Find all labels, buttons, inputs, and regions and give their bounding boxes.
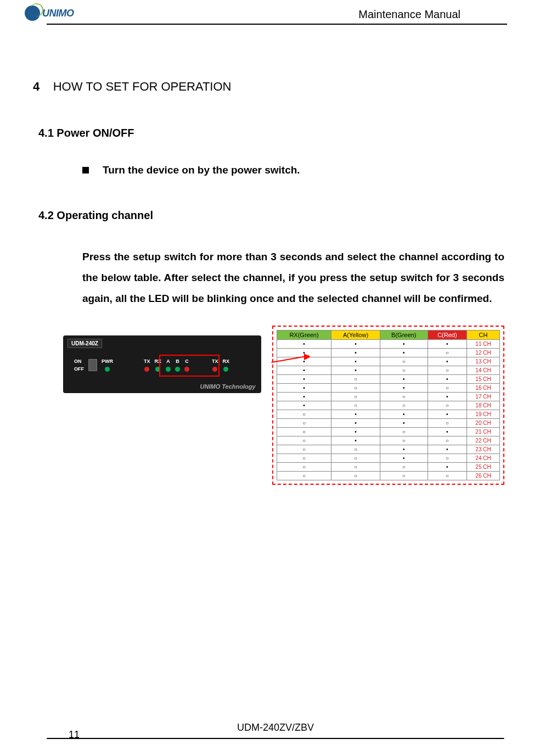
power-switch — [88, 359, 97, 371]
tx-label: TX — [144, 359, 150, 364]
cell-c: ○ — [428, 384, 466, 393]
cell-ch: 22 CH — [467, 436, 500, 445]
bullet-text: Turn the device on by the power switch. — [103, 164, 300, 176]
pwr-label: PWR — [102, 359, 113, 364]
cell-b: ○ — [380, 436, 428, 445]
cell-ch: 16 CH — [467, 384, 500, 393]
subsection-4-1: 4.1 Power ON/OFF Turn the device on by t… — [38, 127, 504, 176]
cell-a: ○ — [331, 463, 380, 472]
cell-rx: • — [277, 384, 331, 393]
cell-rx: • — [277, 366, 331, 375]
cell-a: ○ — [331, 393, 380, 401]
cell-b: • — [380, 454, 428, 463]
cell-rx: ○ — [277, 428, 331, 436]
cell-b: ○ — [380, 401, 428, 410]
th-ch: CH — [467, 331, 500, 340]
channel-table-container: RX(Green) A(Yellow) B(Green) C(Red) CH •… — [272, 326, 504, 485]
cell-b: • — [380, 340, 428, 349]
bullet-list: Turn the device on by the power switch. — [82, 164, 504, 176]
off-label: OFF — [74, 366, 84, 372]
cell-a: • — [331, 419, 380, 428]
doc-title: Maintenance Manual — [358, 8, 460, 21]
cell-rx: ○ — [277, 436, 331, 445]
cell-ch: 23 CH — [467, 445, 500, 454]
cell-ch: 11 CH — [467, 340, 500, 349]
cell-rx: ○ — [277, 454, 331, 463]
cell-b: ○ — [380, 463, 428, 472]
tx-led-icon — [144, 367, 149, 372]
section-4: 4 HOW TO SET FOR OPERATION — [33, 80, 504, 94]
table-row: ○○○•25 CH — [277, 463, 499, 472]
cell-a: ○ — [331, 472, 380, 480]
cell-c: • — [428, 410, 466, 419]
cell-c: ○ — [428, 436, 466, 445]
cell-c: ○ — [428, 454, 466, 463]
cell-c: • — [428, 375, 466, 384]
table-header-row: RX(Green) A(Yellow) B(Green) C(Red) CH — [277, 331, 499, 340]
table-row: ••••11 CH — [277, 340, 499, 349]
subsection-4-1-title: 4.1 Power ON/OFF — [38, 127, 504, 139]
cell-ch: 15 CH — [467, 375, 500, 384]
logo-icon — [25, 5, 40, 21]
cell-a: ○ — [331, 375, 380, 384]
pwr-led-icon — [105, 367, 110, 372]
table-row: •○○•17 CH — [277, 393, 499, 401]
cell-a: • — [331, 366, 380, 375]
cell-ch: 21 CH — [467, 428, 500, 436]
cell-b: • — [380, 410, 428, 419]
logo: UNIMO — [25, 5, 74, 21]
page-number: 11 — [69, 729, 80, 741]
cell-rx: ○ — [277, 463, 331, 472]
device-model-label: UDM-240Z — [68, 339, 102, 348]
table-row: ○•••19 CH — [277, 410, 499, 419]
cell-c: ○ — [428, 401, 466, 410]
rx2-label: RX — [223, 359, 230, 364]
cell-rx: • — [277, 340, 331, 349]
table-row: •○••15 CH — [277, 375, 499, 384]
footer-model: UDM-240ZV/ZBV — [47, 722, 504, 738]
cell-b: • — [380, 445, 428, 454]
cell-rx: ○ — [277, 419, 331, 428]
cell-ch: 13 CH — [467, 357, 500, 366]
logo-text: UNIMO — [42, 8, 74, 19]
tx-led-group: TX — [144, 359, 150, 372]
rx2-led-group: RX — [223, 359, 230, 372]
cell-b: • — [380, 375, 428, 384]
bullet-square-icon — [82, 167, 89, 173]
cell-a: ○ — [331, 401, 380, 410]
cell-c: • — [428, 445, 466, 454]
table-row: ○○••23 CH — [277, 445, 499, 454]
cell-a: • — [331, 349, 380, 357]
cell-a: • — [331, 428, 380, 436]
cell-a: ○ — [331, 445, 380, 454]
cell-c: • — [428, 393, 466, 401]
table-body: ••••11 CH•••○12 CH••○•13 CH••○○14 CH•○••… — [277, 340, 499, 480]
page-footer: UDM-240ZV/ZBV 11 — [0, 722, 551, 740]
cell-b: ○ — [380, 357, 428, 366]
rx2-led-icon — [223, 367, 228, 372]
subsection-4-2-title: 4.2 Operating channel — [38, 209, 504, 222]
instruction-paragraph: Press the setup switch for more than 3 s… — [82, 247, 504, 309]
cell-ch: 20 CH — [467, 419, 500, 428]
cell-c: • — [428, 428, 466, 436]
cell-ch: 26 CH — [467, 472, 500, 480]
cell-c: • — [428, 357, 466, 366]
subsection-4-2: 4.2 Operating channel Press the setup sw… — [38, 209, 504, 309]
cell-b: ○ — [380, 428, 428, 436]
cell-b: • — [380, 384, 428, 393]
section-title: HOW TO SET FOR OPERATION — [53, 80, 232, 93]
footer-line — [47, 738, 504, 740]
page-header: UNIMO Maintenance Manual — [47, 0, 507, 25]
highlight-box — [159, 355, 220, 377]
th-b: B(Green) — [380, 331, 428, 340]
table-row: ○•○•21 CH — [277, 428, 499, 436]
bullet-item: Turn the device on by the power switch. — [82, 164, 504, 176]
cell-b: ○ — [380, 393, 428, 401]
cell-ch: 25 CH — [467, 463, 500, 472]
cell-a: ○ — [331, 454, 380, 463]
table-row: ○○•○24 CH — [277, 454, 499, 463]
channel-table: RX(Green) A(Yellow) B(Green) C(Red) CH •… — [277, 330, 500, 480]
cell-rx: • — [277, 375, 331, 384]
cell-ch: 24 CH — [467, 454, 500, 463]
cell-c: ○ — [428, 349, 466, 357]
